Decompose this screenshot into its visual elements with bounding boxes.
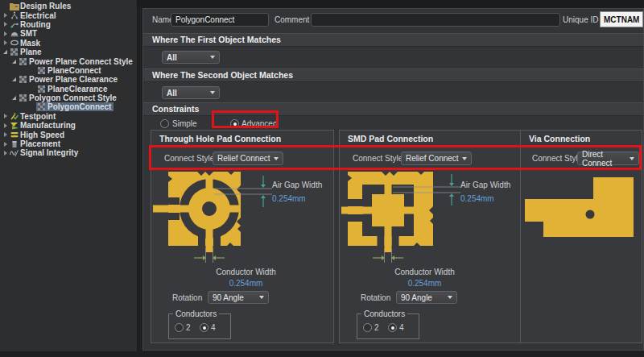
tree-item-routing[interactable]: Routing xyxy=(0,20,137,29)
rule-icon xyxy=(18,94,28,102)
folder-icon xyxy=(9,2,19,10)
conductors-2-label[interactable]: 2 xyxy=(374,323,379,332)
tree-item-high-speed[interactable]: High Speed xyxy=(0,130,137,139)
second-object-scope-value: All xyxy=(167,89,177,98)
tree-item-planeclearance[interactable]: PlaneClearance xyxy=(0,85,137,93)
first-object-scope-dropdown[interactable]: All xyxy=(162,51,220,64)
tree-item-power-plane-connect-style[interactable]: Power Plane Connect Style xyxy=(0,56,137,65)
conductors-groupbox: Conductors 2 4 xyxy=(168,313,231,339)
simple-radio-label[interactable]: Simple xyxy=(172,119,197,128)
chevron-down-icon xyxy=(259,296,264,299)
tree-item-label: Mask xyxy=(19,39,40,48)
chevron-down-icon xyxy=(630,157,634,160)
advanced-radio-label[interactable]: Advanced xyxy=(242,119,277,128)
conductors-2-label[interactable]: 2 xyxy=(186,323,191,332)
second-object-matches-header: Where The Second Object Matches xyxy=(143,68,643,82)
unique-id-label: Unique ID xyxy=(563,15,598,24)
tree-expand-icon[interactable] xyxy=(2,151,9,156)
conductor-width-value: 0.254mm xyxy=(378,279,471,288)
rule-icon xyxy=(18,76,28,83)
tree-collapse-icon[interactable] xyxy=(10,96,18,100)
simple-radio[interactable] xyxy=(160,119,169,128)
tree-item-planeconnect[interactable]: PlaneConnect xyxy=(0,66,137,75)
tree-item-label: Signal Integrity xyxy=(19,148,78,157)
rule-icon xyxy=(18,58,28,65)
electrical-icon xyxy=(9,11,19,19)
rotation-label: Rotation xyxy=(172,293,202,302)
tree-item-power-plane-clearance[interactable]: Power Plane Clearance xyxy=(0,75,137,84)
comment-label: Comment xyxy=(275,15,309,24)
tree-expand-icon[interactable] xyxy=(2,132,9,137)
conductors-4-radio[interactable] xyxy=(388,323,397,332)
tree-expand-icon[interactable] xyxy=(2,31,9,36)
rule-icon xyxy=(36,85,47,93)
tree-item-polygonconnect[interactable]: PolygonConnect xyxy=(0,102,137,111)
tree-item-signal-integrity[interactable]: Signal Integrity xyxy=(0,148,137,157)
comment-input[interactable] xyxy=(311,13,560,27)
rules-tree-sidebar: Design RulesElectricalRoutingSMTMaskPlan… xyxy=(0,0,138,351)
square-pad xyxy=(372,194,404,226)
smd-connect-style-value: Relief Connect xyxy=(406,154,459,163)
tree-item-label: Polygon Connect Style xyxy=(28,93,117,102)
tree-item-label: Placement xyxy=(19,139,60,148)
smt-icon xyxy=(9,30,19,38)
air-gap-width-value: 0.254mm xyxy=(460,194,509,203)
tree-expand-icon[interactable] xyxy=(2,114,9,118)
first-object-matches-header: Where The First Object Matches xyxy=(143,33,643,47)
first-object-matches-title: Where The First Object Matches xyxy=(152,35,281,44)
tree-item-electrical[interactable]: Electrical xyxy=(0,10,137,19)
conductors-groupbox: Conductors 2 4 xyxy=(357,313,419,339)
tree-collapse-icon[interactable] xyxy=(10,77,18,81)
rotation-value: 90 Angle xyxy=(401,293,432,302)
tree-item-label: Manufacturing xyxy=(19,121,76,130)
tree-item-label: PolygonConnect xyxy=(47,102,111,111)
advanced-radio[interactable] xyxy=(230,119,239,128)
tree-expand-icon[interactable] xyxy=(2,123,9,128)
via-connect-style-dropdown[interactable]: Direct Connect xyxy=(577,152,639,165)
unique-id-input[interactable] xyxy=(600,11,643,27)
tree-item-polygon-connect-style[interactable]: Polygon Connect Style xyxy=(0,93,137,102)
conductors-4-label[interactable]: 4 xyxy=(211,323,216,332)
smd-rotation-dropdown[interactable]: 90 Angle xyxy=(396,291,457,304)
conductors-2-radio[interactable] xyxy=(175,323,184,332)
tree-expand-icon[interactable] xyxy=(2,22,9,27)
conductor-width-value: 0.254mm xyxy=(200,279,292,288)
manufacturing-icon xyxy=(9,122,19,130)
chevron-down-icon xyxy=(448,296,452,299)
smd-panel-title: SMD Pad Connection xyxy=(340,131,522,147)
tree-item-mask[interactable]: Mask xyxy=(0,39,137,48)
tree-item-label: SMT xyxy=(19,29,37,38)
through-hole-connect-style-dropdown[interactable]: Relief Connect xyxy=(213,152,283,165)
tree-item-design-rules[interactable]: Design Rules xyxy=(0,2,137,10)
tree-item-testpoint[interactable]: Testpoint xyxy=(0,112,137,121)
tree-item-manufacturing[interactable]: Manufacturing xyxy=(0,121,137,130)
tree-item-label: Plane xyxy=(19,48,42,56)
name-input[interactable] xyxy=(171,13,269,27)
tree-item-label: Power Plane Clearance xyxy=(28,75,118,84)
design-rules-dialog: Design RulesElectricalRoutingSMTMaskPlan… xyxy=(0,0,644,357)
conductors-4-label[interactable]: 4 xyxy=(399,323,404,332)
through-hole-panel-title: Through Hole Pad Connection xyxy=(151,131,333,147)
mask-icon xyxy=(9,39,19,47)
plane-icon xyxy=(9,48,19,56)
tree-collapse-icon[interactable] xyxy=(2,50,9,54)
second-object-scope-dropdown[interactable]: All xyxy=(162,86,220,99)
tree-expand-icon[interactable] xyxy=(2,13,9,18)
tree-item-placement[interactable]: Placement xyxy=(0,139,137,148)
tree-item-plane[interactable]: Plane xyxy=(0,48,137,56)
smd-connect-style-dropdown[interactable]: Relief Connect xyxy=(401,152,472,165)
tree-collapse-icon[interactable] xyxy=(10,60,18,64)
pad-hole xyxy=(202,201,217,216)
tree-item-smt[interactable]: SMT xyxy=(0,29,137,38)
air-gap-width-value: 0.254mm xyxy=(272,194,320,203)
through-hole-rotation-dropdown[interactable]: 90 Angle xyxy=(208,291,269,304)
conductors-label: Conductors xyxy=(173,309,219,318)
tree-item-label: Routing xyxy=(19,20,51,29)
conductors-4-radio[interactable] xyxy=(200,323,208,332)
conductors-2-radio[interactable] xyxy=(363,323,372,332)
tree-expand-icon[interactable] xyxy=(2,142,9,147)
placement-icon xyxy=(9,140,19,148)
tree-item-label: High Speed xyxy=(19,131,64,139)
rules-tree: Design RulesElectricalRoutingSMTMaskPlan… xyxy=(0,2,137,158)
tree-expand-icon[interactable] xyxy=(2,40,9,45)
